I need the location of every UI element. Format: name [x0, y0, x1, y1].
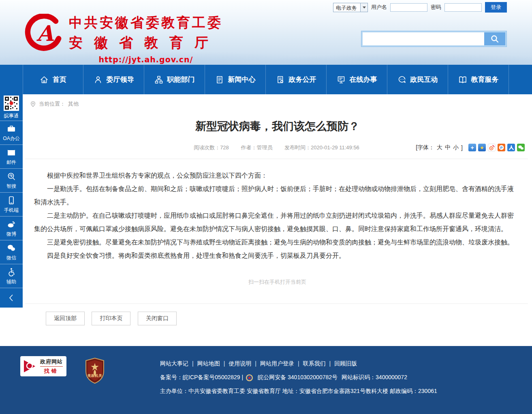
- sidebar-label: OA办公: [3, 135, 19, 142]
- search-input[interactable]: [363, 32, 484, 45]
- footer-link-sitemap[interactable]: 网站地图: [197, 360, 229, 367]
- back-to-top-button[interactable]: 返回顶部: [46, 312, 85, 325]
- font-size-large-button[interactable]: 大: [437, 144, 442, 151]
- chevron-left-icon: [6, 293, 16, 303]
- newspaper-icon: [215, 75, 224, 84]
- sidebar-label: 辅助: [6, 278, 16, 285]
- monitor-icon: [337, 75, 346, 84]
- footer-links-row: 网站大事记 网站地图 使用说明 网站用户登录 联系我们 回顾旧版: [160, 357, 437, 371]
- org-name-line1: 中共安徽省委教育工委: [69, 14, 223, 32]
- wechat-share-icon[interactable]: [517, 144, 525, 151]
- public-security-beian[interactable]: 皖公网安备 34010302000782号: [258, 374, 338, 381]
- sidebar-item-mobile[interactable]: 手机端: [0, 193, 23, 217]
- home-icon: [40, 75, 49, 84]
- font-size-medium-button[interactable]: 中: [445, 144, 451, 151]
- site-search: [361, 31, 507, 47]
- nav-item-interaction[interactable]: 政民互动: [387, 65, 448, 94]
- footer-link-user-login[interactable]: 网站用户登录: [260, 360, 303, 367]
- nav-label: 新闻中心: [228, 75, 256, 84]
- portal-select-value: 电子政务: [333, 3, 360, 12]
- nav-item-home[interactable]: 首页: [23, 65, 83, 94]
- font-size-small-button[interactable]: 小: [453, 144, 459, 151]
- sina-weibo-share-icon[interactable]: [488, 144, 496, 151]
- portal-select[interactable]: 电子政务: [333, 3, 368, 12]
- side-toolbar: 皖事通 OA办公 邮件 智搜: [0, 94, 23, 308]
- site-brand: A 中共安徽省委教育工委 安徽省教育厅 http://jyt.ah.gov.cn…: [24, 14, 223, 64]
- footer-link-old-version[interactable]: 回顾旧版: [334, 360, 357, 367]
- nav-item-news[interactable]: 新闻中心: [205, 65, 266, 94]
- svg-text:A: A: [36, 21, 54, 46]
- sidebar-collapse-button[interactable]: [0, 288, 23, 308]
- search-icon: [490, 34, 499, 43]
- sidebar-label: 邮件: [6, 159, 16, 166]
- badge-find-line2: 找错: [44, 367, 59, 375]
- nav-label: 职能部门: [167, 75, 195, 84]
- phone-icon: [6, 195, 16, 205]
- chevron-down-icon[interactable]: [360, 3, 367, 12]
- qzone-share-icon[interactable]: [478, 144, 486, 151]
- sidebar-label: 微博: [6, 231, 16, 238]
- briefcase-icon: [6, 124, 16, 134]
- document-icon: [276, 75, 285, 84]
- footer-organizer-row: 主办单位：中共安徽省委教育工委 安徽省教育厅 地址：安徽省合肥市金寨路321号教…: [160, 384, 437, 398]
- print-page-button[interactable]: 打印本页: [92, 312, 130, 325]
- footer-link-help[interactable]: 使用说明: [229, 360, 260, 367]
- paragraph: 四是良好安全饮食习惯。将肉和蛋类彻底煮熟食用，处理生食和熟食之间要洗手，切菜板及…: [34, 249, 518, 262]
- username-input[interactable]: [390, 3, 427, 12]
- open-book-icon: [458, 75, 467, 84]
- nav-label: 首页: [53, 75, 66, 84]
- svg-text:P: P: [500, 146, 503, 150]
- main-nav: 首页 委厅领导 职能部门 新闻中心: [0, 65, 532, 94]
- nav-label: 政务公开: [289, 75, 316, 84]
- gov-site-error-report-badge[interactable]: 政府网站 找错: [20, 356, 66, 376]
- font-label-suffix: ]: [461, 144, 463, 151]
- search-button[interactable]: [484, 32, 505, 45]
- nav-label: 教育服务: [471, 75, 499, 84]
- sidebar-item-oa[interactable]: OA办公: [0, 121, 23, 145]
- login-button[interactable]: 登录: [485, 2, 507, 13]
- sidebar-item-wechat[interactable]: 微信: [0, 240, 23, 264]
- footer-link-contact[interactable]: 联系我们: [303, 360, 335, 367]
- sidebar-label: 皖事通: [4, 113, 19, 119]
- username-label: 用户名: [371, 4, 387, 11]
- nav-item-online-service[interactable]: 在线办事: [327, 65, 387, 94]
- page-actions: 返回顶部 打印本页 关闭窗口: [46, 312, 532, 325]
- nav-label: 政民互动: [410, 75, 438, 84]
- footer-link-site-history[interactable]: 网站大事记: [160, 360, 197, 367]
- police-badge-icon: [246, 374, 253, 382]
- article-body: 根据中疾控和世界卫生组织各方专家的观点，公众预防应注意以下四个方面： 一是勤洗手…: [23, 159, 532, 262]
- sidebar-item-smart-search[interactable]: 智搜: [0, 169, 23, 193]
- publish-time: 发布时间：2020-01-29 11:49:56: [284, 144, 359, 151]
- party-gov-badge[interactable]: 党政机关: [84, 357, 105, 384]
- footer: 政府网站 找错 党政机关 网站大事记 网站地图 使用说明 网站用户登录 联系我们…: [0, 346, 532, 414]
- pengyou-share-icon[interactable]: P: [498, 144, 505, 151]
- main-content: 当前位置： 其他 新型冠状病毒，我们该怎么预防？ 阅读次数：728 作者：管理员…: [23, 94, 532, 346]
- org-name-line2: 安徽省教育厅: [69, 34, 223, 52]
- badge-party-label: 党政机关: [84, 374, 105, 378]
- sidebar-item-wanshitong[interactable]: 皖事通: [0, 94, 23, 121]
- nav-label: 在线办事: [350, 75, 377, 84]
- sidebar-item-accessibility[interactable]: 辅助: [0, 264, 23, 288]
- renren-share-icon[interactable]: [507, 144, 515, 151]
- organizer-info: 主办单位：中共安徽省委教育工委 安徽省教育厅 地址：安徽省合肥市金寨路321号教…: [160, 388, 437, 395]
- find-error-icon: [23, 359, 38, 374]
- share-more-icon[interactable]: [468, 144, 476, 151]
- chat-icon: [397, 75, 406, 84]
- password-input[interactable]: [444, 3, 482, 12]
- breadcrumb-current[interactable]: 其他: [68, 100, 79, 108]
- sidebar-label: 微信: [6, 255, 16, 261]
- sidebar-item-mail[interactable]: 邮件: [0, 145, 23, 169]
- header: 电子政务 用户名 密码 登录 A 中共安徽省委教育工委 安徽省教育厅 http:…: [0, 0, 532, 65]
- nav-item-education-service[interactable]: 教育服务: [448, 65, 509, 94]
- font-label: [字体：: [416, 144, 434, 151]
- sidebar-item-weibo[interactable]: 微博: [0, 217, 23, 240]
- nav-item-leaders[interactable]: 委厅领导: [83, 65, 144, 94]
- nav-item-disclosure[interactable]: 政务公开: [266, 65, 327, 94]
- site-logo-icon: A: [24, 14, 64, 53]
- article-title: 新型冠状病毒，我们该怎么预防？: [23, 119, 532, 134]
- paragraph: 三是避免密切接触。尽量避免在未加防护情况下与养殖或野生动物近距离接触；避免与生病…: [34, 236, 518, 249]
- nav-item-departments[interactable]: 职能部门: [144, 65, 205, 94]
- badge-find-line1: 政府网站: [40, 358, 63, 367]
- paragraph: 一是勤洗手。包括在制备食品之前、期间和之后；咳嗽或打喷嚏后；照护病人时；饭前便后…: [34, 182, 518, 209]
- close-window-button[interactable]: 关闭窗口: [138, 312, 177, 325]
